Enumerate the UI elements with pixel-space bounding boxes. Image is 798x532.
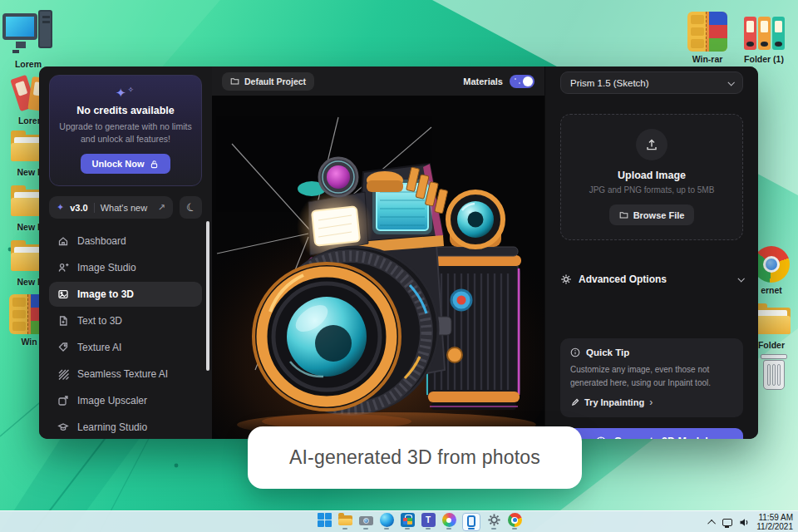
- info-icon: [570, 347, 580, 357]
- desktop-icon-folder-1[interactable]: Folder (1): [736, 15, 791, 64]
- sidebar-item-dashboard[interactable]: Dashboard: [49, 229, 202, 254]
- image-studio-icon: [57, 262, 69, 273]
- materials-control: Materials: [463, 75, 534, 88]
- tray-display-icon[interactable]: [722, 519, 732, 526]
- quick-tip-header: Quick Tip: [570, 347, 733, 357]
- taskbar-file-explorer[interactable]: [337, 513, 352, 531]
- sidebar-item-texture-ai[interactable]: Texture AI: [49, 335, 202, 360]
- whats-new-chip[interactable]: ✦ v3.0 What's new ↗: [49, 196, 173, 219]
- image-to-3d-icon: [57, 288, 69, 300]
- desktop-icon-winrar[interactable]: Win-rar: [680, 12, 735, 64]
- gear-icon: [560, 273, 572, 285]
- taskbar-gallery-app[interactable]: [441, 513, 456, 531]
- model-selector-dropdown[interactable]: Prism 1.5 (Sketch): [560, 71, 743, 94]
- sidebar-item-text-to-3d[interactable]: Text to 3D: [49, 308, 202, 333]
- taskbar-active-app[interactable]: [462, 513, 480, 531]
- microsoft-store-icon: [401, 513, 415, 527]
- teams-icon: T: [421, 513, 436, 527]
- materials-label: Materials: [463, 76, 503, 86]
- desktop-icon-label: Folder: [758, 340, 785, 350]
- quick-tip-card: Quick Tip Customize any image, even thos…: [560, 338, 743, 417]
- taskbar-icons: T: [317, 513, 522, 531]
- whats-new-label: What's new: [101, 203, 148, 213]
- desktop-icon-this-pc[interactable]: Lorem: [1, 10, 56, 69]
- desktop-icon-label: Win: [21, 337, 37, 347]
- moon-icon: ☾: [185, 200, 198, 215]
- winrar-icon: [687, 12, 727, 52]
- desktop-icon-label: Lorem: [15, 59, 42, 69]
- active-app-icon: [467, 515, 475, 527]
- texture-ai-icon: [57, 342, 69, 353]
- dark-mode-toggle-button[interactable]: ☾: [180, 196, 202, 219]
- speaker-icon[interactable]: [739, 517, 750, 528]
- sidebar: ✦✧ No credits available Upgrade to gener…: [39, 66, 212, 439]
- desktop-icon-label: ernet: [761, 285, 782, 295]
- camera-3d-render: [212, 96, 544, 439]
- file-explorer-icon: [338, 513, 352, 527]
- home-icon: [57, 235, 69, 247]
- sparkle-icon: ✦: [57, 202, 64, 213]
- chrome-icon: [508, 513, 522, 527]
- chevron-right-icon: ›: [649, 397, 653, 408]
- viewer-toolbar: Default Project Materials: [212, 66, 544, 96]
- tray-chevron-up-icon[interactable]: [707, 519, 716, 527]
- sidebar-item-image-studio[interactable]: Image Studio: [49, 255, 202, 280]
- settings-gear-icon: [487, 513, 501, 527]
- settings-panel: Prism 1.5 (Sketch) Upload Image JPG and …: [544, 66, 758, 439]
- generate-gear-icon: [595, 436, 607, 440]
- upload-icon-circle: [636, 129, 667, 160]
- binder-folder-icon: [742, 15, 786, 52]
- tray-time: 11:59 AM: [756, 513, 793, 523]
- upload-hint: JPG and PNG formats, up to 5MB: [589, 185, 715, 195]
- windows-logo-icon: [318, 513, 332, 527]
- sidebar-item-seamless-texture-ai[interactable]: Seamless Texture AI: [49, 362, 202, 387]
- browse-file-button[interactable]: Browse File: [609, 204, 695, 225]
- project-name: Default Project: [244, 76, 306, 86]
- external-link-icon: ↗: [158, 202, 165, 213]
- sidebar-item-learning-studio[interactable]: Learning Studio: [49, 415, 202, 439]
- upload-title: Upload Image: [618, 170, 686, 181]
- upload-dropzone[interactable]: Upload Image JPG and PNG formats, up to …: [560, 114, 743, 240]
- camera-icon: [359, 513, 373, 527]
- taskbar-store[interactable]: [400, 513, 415, 531]
- edge-browser-icon: [380, 513, 394, 527]
- quick-tip-title: Quick Tip: [586, 347, 629, 357]
- taskbar-start-button[interactable]: [317, 513, 332, 531]
- taskbar-chrome[interactable]: [507, 513, 522, 531]
- model-name: Prism 1.5 (Sketch): [570, 78, 649, 88]
- taskbar-clock[interactable]: 11:59 AM 11/2/2021: [756, 513, 793, 532]
- try-inpainting-link[interactable]: Try Inpainting ›: [570, 397, 733, 408]
- caption-text: AI-generated 3D from photos: [289, 446, 540, 469]
- credits-description: Upgrade to generate with no limits and u…: [58, 121, 193, 145]
- credits-card: ✦✧ No credits available Upgrade to gener…: [49, 75, 202, 186]
- materials-toggle[interactable]: [510, 75, 534, 88]
- unlock-icon: [150, 160, 159, 169]
- project-selector-chip[interactable]: Default Project: [222, 72, 314, 91]
- divider: [94, 203, 95, 213]
- system-tray: 11:59 AM 11/2/2021: [710, 511, 793, 532]
- taskbar-camera-app[interactable]: [358, 513, 373, 531]
- taskbar-edge[interactable]: [379, 513, 394, 531]
- internet-browser-icon: [753, 246, 790, 283]
- folder-icon: [619, 210, 628, 219]
- desktop-icon-label: Folder (1): [744, 54, 784, 64]
- taskbar-teams[interactable]: T: [421, 513, 436, 531]
- generate-3d-model-button[interactable]: Generate 3D Model: [560, 428, 743, 439]
- taskbar-settings[interactable]: [486, 513, 501, 531]
- app-window: ✦✧ No credits available Upgrade to gener…: [39, 66, 758, 439]
- learning-studio-icon: [57, 421, 69, 433]
- caption-banner: AI-generated 3D from photos: [248, 426, 582, 489]
- chevron-down-icon: [727, 79, 734, 86]
- sidebar-nav: Dashboard Image Studio Image to 3D Text …: [49, 229, 202, 439]
- unlock-now-button[interactable]: Unlock Now: [81, 154, 171, 174]
- folder-icon: [230, 76, 239, 86]
- advanced-options-label: Advanced Options: [579, 273, 667, 285]
- image-upscaler-icon: [57, 395, 69, 406]
- text-to-3d-icon: [57, 315, 69, 327]
- sidebar-item-image-to-3d[interactable]: Image to 3D: [49, 282, 202, 307]
- render-stage[interactable]: [212, 96, 544, 439]
- sidebar-scrollbar[interactable]: [206, 221, 209, 371]
- sidebar-item-image-upscaler[interactable]: Image Upscaler: [49, 388, 202, 413]
- advanced-options-row[interactable]: Advanced Options: [560, 273, 743, 285]
- upload-icon: [645, 138, 658, 151]
